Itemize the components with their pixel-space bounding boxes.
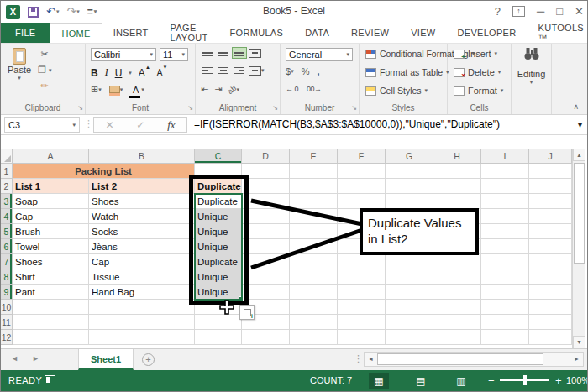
scroll-up-button[interactable]: ▲: [573, 149, 585, 161]
cell-J2[interactable]: [529, 179, 572, 194]
cell-A10[interactable]: [13, 300, 89, 315]
cell-I11[interactable]: [481, 315, 529, 330]
cell-I2[interactable]: [481, 179, 529, 194]
cell-I6[interactable]: [481, 239, 529, 254]
column-header-g[interactable]: G: [386, 149, 433, 164]
cell-C1[interactable]: [195, 164, 242, 179]
row-header-2[interactable]: 2: [1, 179, 13, 194]
column-header-b[interactable]: B: [89, 149, 195, 164]
cell-F8[interactable]: [338, 269, 386, 285]
cell-D1[interactable]: [242, 164, 290, 179]
number-format-select[interactable]: General▾: [286, 48, 353, 61]
column-header-d[interactable]: D: [242, 149, 290, 164]
close-button[interactable]: ✕: [575, 5, 584, 18]
tab-home[interactable]: HOME: [50, 23, 102, 43]
cell-H7[interactable]: [433, 254, 481, 269]
row-header-4[interactable]: 4: [1, 209, 13, 224]
cell-G1[interactable]: [386, 164, 433, 179]
cell-G7[interactable]: [386, 254, 433, 269]
cell-E1[interactable]: [290, 164, 338, 179]
increase-font-size-button[interactable]: A▲: [139, 67, 150, 79]
increase-indent-button[interactable]: ⇥: [214, 84, 222, 95]
cell-I10[interactable]: [481, 300, 529, 315]
align-right-button[interactable]: [233, 65, 246, 76]
formula-input[interactable]: =IF(ISERROR(MATCH(B3,$A$3:$A$10000,0)),"…: [194, 118, 564, 130]
comma-style-button[interactable]: ,: [317, 66, 319, 76]
page-layout-view-button[interactable]: ▤: [411, 373, 431, 389]
cell-G11[interactable]: [386, 315, 433, 330]
cell-A5[interactable]: Brush: [13, 224, 89, 239]
help-button[interactable]: ?: [495, 5, 501, 18]
cell-B6[interactable]: Jèans: [89, 239, 195, 254]
bold-button[interactable]: B: [91, 67, 98, 79]
cell-D8[interactable]: [242, 269, 290, 285]
cell-E9[interactable]: [290, 285, 338, 300]
cell-C4[interactable]: Unique: [195, 209, 242, 224]
center-button[interactable]: [217, 65, 230, 76]
paste-button[interactable]: Paste ▾: [6, 48, 33, 100]
clipboard-dialog-launcher[interactable]: ↘: [77, 104, 83, 112]
cell-E11[interactable]: [290, 315, 338, 330]
cell-H11[interactable]: [433, 315, 481, 330]
editing-group[interactable]: Editing ▾: [512, 44, 552, 114]
cell-C7[interactable]: Duplicate: [195, 254, 242, 269]
cell-F10[interactable]: [338, 300, 386, 315]
copy-button[interactable]: ❐ ▾: [38, 65, 51, 76]
cell-B2[interactable]: List 2: [89, 179, 195, 194]
cell-I5[interactable]: [481, 224, 529, 239]
cell-A4[interactable]: Cap: [13, 209, 89, 224]
cell-F9[interactable]: [338, 285, 386, 300]
align-left-button[interactable]: [201, 65, 214, 76]
cell-D6[interactable]: [242, 239, 290, 254]
cell-E8[interactable]: [290, 269, 338, 285]
cell-B3[interactable]: Shoes: [89, 194, 195, 209]
cell-A3[interactable]: Soap: [13, 194, 89, 209]
new-sheet-button[interactable]: +: [142, 353, 155, 366]
tab-formulas[interactable]: FORMULAS: [219, 23, 295, 43]
italic-button[interactable]: I: [105, 66, 108, 79]
cell-J9[interactable]: [529, 285, 572, 300]
cell-J1[interactable]: [529, 164, 572, 179]
cell-styles-button[interactable]: Cell Styles ▾: [365, 86, 428, 96]
tab-insert[interactable]: INSERT: [102, 23, 160, 43]
orientation-button[interactable]: ab▾: [228, 86, 239, 94]
tab-data[interactable]: DATA: [294, 23, 340, 43]
cell-D2[interactable]: [242, 179, 290, 194]
cell-C9[interactable]: Unique: [195, 285, 242, 300]
cell-B9[interactable]: Hand Bag: [89, 285, 195, 300]
cell-A6[interactable]: Towel: [13, 239, 89, 254]
decrease-font-size-button[interactable]: A▼: [157, 68, 168, 77]
cell-D4[interactable]: [242, 209, 290, 224]
column-header-e[interactable]: E: [290, 149, 338, 164]
font-family-select[interactable]: Calibri▾: [91, 48, 156, 61]
vertical-scrollbar[interactable]: ▲ ▼: [572, 149, 585, 348]
cell-D12[interactable]: [242, 330, 290, 345]
row-header-12[interactable]: 12: [1, 330, 13, 345]
vertical-scrollbar-thumb[interactable]: [574, 163, 585, 264]
cell-F7[interactable]: [338, 254, 386, 269]
top-align-button[interactable]: [201, 48, 214, 58]
cell-D7[interactable]: [242, 254, 290, 269]
tab-review[interactable]: REVIEW: [340, 23, 400, 43]
fill-handle[interactable]: [239, 296, 244, 301]
cell-D5[interactable]: [242, 224, 290, 239]
cell-I3[interactable]: [481, 194, 529, 209]
accounting-format-button[interactable]: $▾: [286, 66, 294, 76]
cell-H9[interactable]: [433, 285, 481, 300]
cancel-button[interactable]: ✕: [105, 119, 113, 131]
cell-F1[interactable]: [338, 164, 386, 179]
cell-I9[interactable]: [481, 285, 529, 300]
cell-C11[interactable]: [195, 315, 242, 330]
cell-J5[interactable]: [529, 224, 572, 239]
decrease-indent-button[interactable]: ⇤: [201, 84, 208, 95]
tab-developer[interactable]: DEVELOPER: [447, 23, 528, 43]
borders-button[interactable]: ⊞▾: [91, 84, 102, 95]
cell-H1[interactable]: [433, 164, 481, 179]
cell-C8[interactable]: Unique: [195, 269, 242, 285]
cell-B7[interactable]: Cap: [89, 254, 195, 269]
zoom-level[interactable]: 100%: [566, 375, 588, 385]
autofill-options-button[interactable]: +: [239, 305, 255, 320]
cell-H10[interactable]: [433, 300, 481, 315]
row-header-5[interactable]: 5: [1, 224, 13, 239]
tab-view[interactable]: VIEW: [400, 23, 446, 43]
